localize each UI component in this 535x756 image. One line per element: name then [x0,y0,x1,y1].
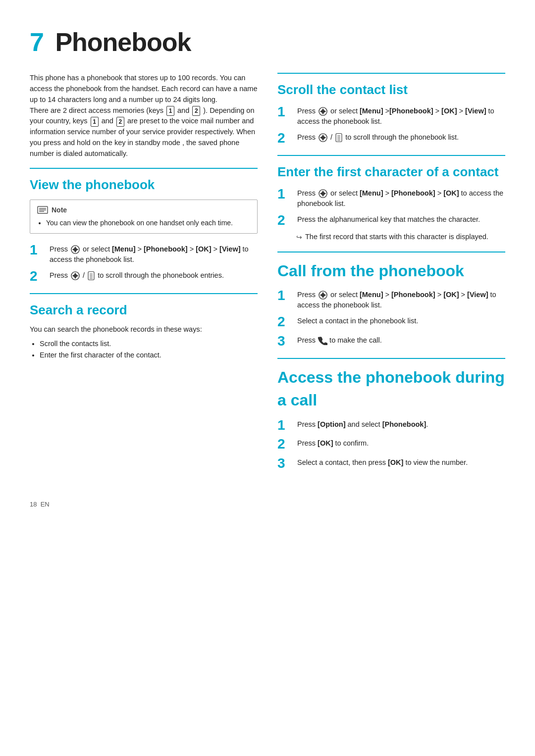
key-1-icon: 1 [166,106,174,116]
call-step-2: 2 Select a contact in the phonebook list… [277,314,505,330]
access-step-3: 3 Select a contact, then press [OK] to v… [277,456,505,471]
section-divider-5 [277,252,505,252]
svg-point-32 [322,137,324,139]
search-record-section: Search a record You can search the phone… [30,293,258,361]
char-step-1: 1 Press or select [Menu] > [Phonebook] >… [277,187,505,209]
scroll-step-2: 2 Press / to scroll through the phoneboo… [277,131,505,146]
call-from-phonebook-title: Call from the phonebook [277,259,505,282]
scroll-contact-title: Scroll the contact list [277,81,505,100]
page-number: 18 [30,501,37,508]
svg-point-15 [74,275,77,277]
svg-marker-7 [72,248,75,251]
svg-marker-30 [320,137,322,139]
access-during-call-section: Access the phonebook during a call 1 Pre… [277,358,505,471]
svg-marker-14 [76,274,79,277]
access-during-call-steps: 1 Press [Option] and select [Phonebook].… [277,418,505,471]
svg-marker-13 [72,274,75,277]
key-1b-icon: 1 [91,117,99,127]
intro-text: This phone has a phonebook that stores u… [30,73,258,159]
char-step-2: 2 Press the alphanumerical key that matc… [277,213,505,228]
call-from-steps: 1 Press or select [Menu] > [Phonebook] >… [277,288,505,349]
svg-marker-47 [320,294,322,297]
call-step-1: 1 Press or select [Menu] > [Phonebook] >… [277,288,505,310]
svg-marker-48 [324,294,326,297]
search-bullet-1: Scroll the contacts list. [40,339,258,349]
section-divider-3 [277,73,505,74]
key-2-icon: 2 [192,106,200,116]
step-2: 2 Press / to scroll through the phoneboo… [30,269,258,284]
section-divider-4 [277,155,505,156]
char-sub-note-text: The first record that starts with this c… [305,232,488,242]
step-1: 1 Press or select [Menu] > [Phonebook] >… [30,243,258,265]
arrow-icon: ↪ [296,232,302,242]
call-step-3: 3 Press to make the call. [277,334,505,349]
lang-label: EN [41,501,50,508]
search-bullets: Scroll the contacts list. Enter the firs… [30,339,258,360]
note-box: Note You can view the phonebook on one h… [30,200,258,234]
view-phonebook-title: View the phonebook [30,176,258,195]
note-label: Note [52,205,67,215]
enter-first-char-section: Enter the first character of a contact 1… [277,155,505,243]
svg-point-49 [322,294,324,297]
search-record-title: Search a record [30,301,258,320]
svg-point-9 [74,249,77,251]
svg-marker-42 [324,192,326,195]
section-divider-1 [30,168,258,169]
svg-marker-41 [320,192,322,195]
section-divider-6 [277,358,505,359]
scroll-step-1: 1 Press or select [Menu] >[Phonebook] > … [277,104,505,127]
view-phonebook-steps: 1 Press or select [Menu] > [Phonebook] >… [30,243,258,284]
svg-rect-33 [336,134,342,142]
svg-point-26 [322,110,324,113]
note-header: Note [37,205,250,215]
access-during-call-title: Access the phonebook during a call [277,366,505,412]
note-icon [37,205,48,214]
svg-marker-8 [76,248,79,251]
key-2b-icon: 2 [116,117,124,127]
view-phonebook-section: View the phonebook Note You ca [30,168,258,284]
enter-first-char-title: Enter the first character of a contact [277,163,505,182]
call-from-phonebook-section: Call from the phonebook 1 Press or selec… [277,252,505,349]
svg-rect-16 [88,272,94,280]
search-intro: You can search the phonebook records in … [30,324,258,335]
chapter-name: Phonebook [55,28,191,56]
search-bullet-2: Enter the first character of the contact… [40,350,258,360]
note-list: You can view the phonebook on one handse… [37,218,250,228]
svg-marker-24 [320,110,322,113]
scroll-contact-steps: 1 Press or select [Menu] >[Phonebook] > … [277,104,505,146]
page-footer: 18 EN [30,500,505,509]
scroll-contact-section: Scroll the contact list 1 Press or selec… [277,73,505,146]
section-divider-2 [30,293,258,294]
char-sub-note: ↪ The first record that starts with this… [296,232,505,242]
chapter-number: 7 [30,28,44,56]
access-step-2: 2 Press [OK] to confirm. [277,437,505,452]
svg-point-43 [322,193,324,195]
svg-marker-25 [324,110,326,113]
access-step-1: 1 Press [Option] and select [Phonebook]. [277,418,505,433]
svg-marker-31 [324,137,326,139]
note-item-1: You can view the phonebook on one handse… [46,218,250,228]
enter-first-char-steps: 1 Press or select [Menu] > [Phonebook] >… [277,187,505,243]
chapter-title: 7 Phonebook [30,24,505,61]
